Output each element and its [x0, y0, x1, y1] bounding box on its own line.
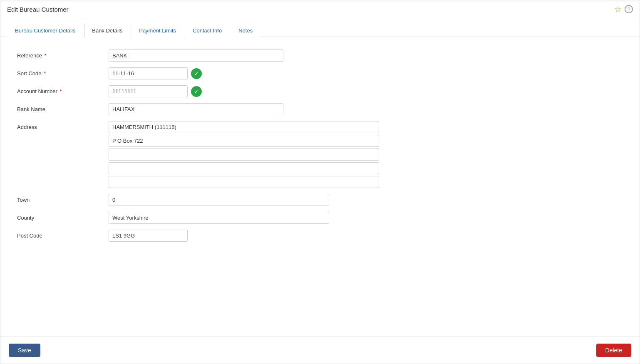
tab-bar: Bureau Customer Details Bank Details Pay…	[0, 18, 640, 37]
sort-code-row: Sort Code * ✓	[17, 67, 623, 79]
tab-contact-info[interactable]: Contact Info	[185, 24, 230, 37]
post-code-input[interactable]	[109, 230, 188, 242]
account-number-valid-icon: ✓	[191, 86, 202, 97]
town-input[interactable]	[109, 194, 329, 206]
post-code-field	[109, 230, 623, 242]
account-number-required: *	[58, 88, 62, 94]
form-content: Reference * Sort Code * ✓ Account Number…	[0, 37, 640, 337]
sort-code-required: *	[42, 70, 46, 77]
county-row: County	[17, 212, 623, 224]
delete-button[interactable]: Delete	[596, 344, 631, 357]
town-field	[109, 194, 623, 206]
address-row: Address	[17, 121, 623, 188]
town-row: Town	[17, 194, 623, 206]
address-line-4-input[interactable]	[109, 162, 379, 174]
address-field	[109, 121, 623, 188]
sort-code-valid-icon: ✓	[191, 68, 202, 79]
account-number-label: Account Number *	[17, 85, 109, 94]
sort-code-input[interactable]	[109, 67, 188, 79]
account-number-input[interactable]	[109, 85, 188, 97]
reference-field	[109, 50, 623, 62]
save-button[interactable]: Save	[9, 344, 40, 357]
tab-bank-details[interactable]: Bank Details	[84, 24, 130, 37]
county-label: County	[17, 212, 109, 221]
tab-payment-limits[interactable]: Payment Limits	[131, 24, 184, 37]
main-window: Edit Bureau Customer ☆ ? Bureau Customer…	[0, 0, 640, 364]
footer: Save Delete	[0, 337, 640, 364]
bank-name-field	[109, 103, 623, 115]
address-line-3-input[interactable]	[109, 149, 379, 161]
bank-name-input[interactable]	[109, 103, 283, 115]
reference-row: Reference *	[17, 50, 623, 62]
title-bar: Edit Bureau Customer ☆ ?	[0, 0, 640, 18]
title-bar-icons: ☆ ?	[615, 5, 633, 14]
help-icon[interactable]: ?	[625, 5, 633, 13]
account-number-row: Account Number * ✓	[17, 85, 623, 97]
town-label: Town	[17, 194, 109, 203]
tab-notes[interactable]: Notes	[231, 24, 260, 37]
page-title: Edit Bureau Customer	[7, 6, 69, 13]
tab-bureau-customer-details[interactable]: Bureau Customer Details	[7, 24, 83, 37]
post-code-row: Post Code	[17, 230, 623, 242]
reference-input[interactable]	[109, 50, 283, 62]
address-line-1-input[interactable]	[109, 121, 379, 133]
sort-code-label: Sort Code *	[17, 67, 109, 77]
address-line-5-input[interactable]	[109, 176, 379, 188]
bank-name-label: Bank Name	[17, 103, 109, 112]
favorite-icon[interactable]: ☆	[615, 5, 621, 14]
sort-code-field: ✓	[109, 67, 623, 79]
reference-label: Reference *	[17, 50, 109, 59]
county-field	[109, 212, 623, 224]
reference-required: *	[43, 52, 47, 59]
post-code-label: Post Code	[17, 230, 109, 239]
address-label: Address	[17, 121, 109, 130]
address-line-2-input[interactable]	[109, 135, 379, 147]
bank-name-row: Bank Name	[17, 103, 623, 115]
county-input[interactable]	[109, 212, 329, 224]
account-number-field: ✓	[109, 85, 623, 97]
